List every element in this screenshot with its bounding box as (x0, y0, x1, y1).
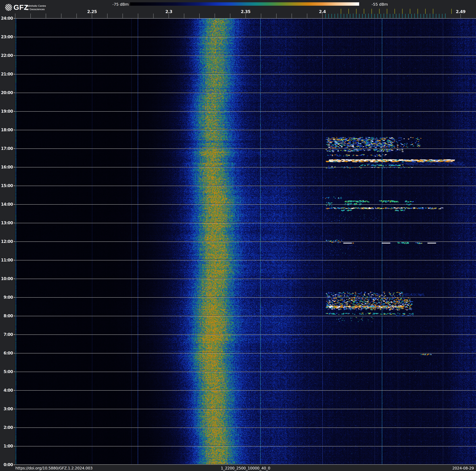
hour-tick (14, 353, 15, 353)
freq-axis-label: 2.35 (241, 9, 250, 14)
bluetooth-channel-tick (325, 14, 326, 18)
hour-tick (14, 316, 15, 316)
bluetooth-channel-tick (445, 14, 445, 18)
freq-minor-tick (199, 14, 200, 18)
hour-label: 8:00 (0, 314, 13, 318)
bluetooth-channel-tick (362, 14, 362, 18)
bluetooth-channel-tick (442, 14, 442, 18)
hour-label: 3:00 (0, 407, 13, 411)
wifi-channel-tick (348, 9, 349, 14)
hour-label: 4:00 (0, 388, 13, 393)
hour-label: 6:00 (0, 351, 13, 355)
wifi-channel-tick (379, 9, 380, 14)
freq-axis-label: 2.3 (165, 9, 172, 14)
hour-tick (14, 55, 15, 56)
bluetooth-channel-tick (390, 14, 390, 18)
bluetooth-channel-tick (433, 14, 433, 18)
hour-label: 24:00 (0, 16, 13, 21)
freq-axis-label: 2.4 (319, 9, 326, 14)
bluetooth-channel-tick (411, 14, 412, 18)
bluetooth-channel-tick (374, 14, 375, 18)
bluetooth-channel-tick (393, 14, 393, 18)
bluetooth-channel-tick (378, 14, 378, 18)
colorbar-gradient (130, 2, 359, 6)
colorbar-min-label: -75 dBm (95, 2, 129, 7)
bluetooth-channel-tick (396, 14, 396, 18)
freq-minor-tick (30, 14, 31, 18)
freq-minor-tick (76, 14, 77, 18)
hour-tick (14, 427, 15, 428)
hour-label: 2:00 (0, 425, 13, 430)
hour-label: 0:00 (0, 462, 13, 467)
hour-tick (14, 297, 15, 298)
bluetooth-channel-tick (372, 14, 372, 18)
wifi-channel-tick (341, 9, 341, 14)
hour-tick (14, 167, 15, 167)
hour-label: 22:00 (0, 53, 13, 58)
bluetooth-channel-tick (427, 14, 427, 18)
freq-minor-tick (276, 14, 276, 18)
bluetooth-channel-tick (347, 14, 347, 18)
hour-label: 9:00 (0, 295, 13, 300)
bluetooth-channel-tick (399, 14, 399, 18)
bluetooth-channel-tick (353, 14, 353, 18)
hour-tick (14, 148, 15, 149)
hour-label: 1:00 (0, 444, 13, 448)
bluetooth-channel-tick (387, 14, 387, 18)
bluetooth-channel-tick (384, 14, 384, 18)
hour-tick (14, 446, 15, 446)
bluetooth-channel-tick (350, 14, 350, 18)
wifi-channel-tick (394, 9, 395, 14)
doi-link[interactable]: https://doi.org/10.5880/GFZ.1.2.2024.003 (15, 466, 93, 471)
hour-label: 21:00 (0, 72, 13, 76)
freq-minor-tick (169, 14, 169, 18)
freq-minor-tick (61, 14, 61, 18)
hour-tick (14, 74, 15, 74)
bluetooth-channel-tick (405, 14, 406, 18)
hour-tick (14, 92, 15, 93)
freq-minor-tick (107, 14, 107, 18)
bluetooth-channel-tick (381, 14, 381, 18)
freq-minor-tick (322, 14, 323, 18)
hour-label: 16:00 (0, 165, 13, 169)
bluetooth-channel-tick (402, 14, 402, 18)
hour-tick (14, 241, 15, 242)
freq-minor-tick (153, 14, 153, 18)
freq-minor-tick (92, 14, 92, 18)
wifi-channel-tick (372, 9, 372, 14)
wifi-channel-tick (425, 9, 426, 14)
wifi-channel-tick (402, 9, 403, 14)
freq-minor-tick (46, 14, 46, 18)
bluetooth-channel-tick (414, 14, 415, 18)
logo-subtitle-line1: Helmholtz Centre (26, 4, 46, 7)
dataset-id: 1_2200_2500_10000_40_0 (221, 466, 270, 471)
bluetooth-channel-tick (424, 14, 424, 18)
hour-label: 20:00 (0, 91, 13, 95)
colorbar-max-label: -55 dBm (372, 2, 411, 7)
freq-minor-tick (215, 14, 215, 18)
hour-tick (14, 279, 15, 279)
hour-tick (14, 18, 15, 18)
freq-minor-tick (184, 14, 184, 18)
hour-tick (14, 111, 15, 112)
hour-label: 13:00 (0, 221, 13, 225)
wifi-channel-tick (410, 9, 410, 14)
bluetooth-channel-tick (421, 14, 421, 18)
hour-label: 5:00 (0, 369, 13, 374)
bluetooth-channel-tick (408, 14, 408, 18)
gfz-logo: GFZ Helmholtz Centre for Geosciences (2, 2, 67, 12)
hour-tick (14, 372, 15, 372)
hour-tick (14, 334, 15, 335)
hour-tick (14, 260, 15, 260)
gfz-logo-mark (2, 2, 15, 12)
freq-minor-tick (307, 14, 307, 18)
hour-tick (14, 185, 15, 186)
wifi-channel-tick (356, 9, 357, 14)
bluetooth-channel-tick (368, 14, 369, 18)
hour-label: 11:00 (0, 258, 13, 262)
wifi-channel-tick (433, 9, 433, 14)
bluetooth-channel-tick (436, 14, 436, 18)
hour-label: 19:00 (0, 109, 13, 114)
bluetooth-channel-tick (344, 14, 344, 18)
wifi-channel-tick (387, 9, 387, 14)
